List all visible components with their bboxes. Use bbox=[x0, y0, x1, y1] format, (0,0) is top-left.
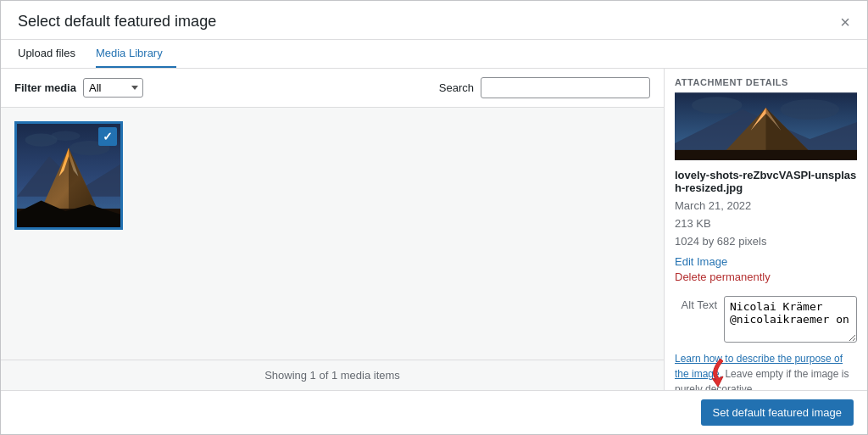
red-arrow-indicator bbox=[699, 354, 742, 397]
tabs-bar: Upload files Media Library bbox=[1, 40, 867, 69]
alt-text-input[interactable] bbox=[724, 296, 857, 343]
edit-image-link[interactable]: Edit Image bbox=[675, 255, 857, 268]
toolbar: Filter media All Images Audio Video Sear… bbox=[1, 69, 664, 108]
attachment-filename: lovely-shots-reZbvcVASPI-unsplash-resize… bbox=[665, 169, 867, 194]
search-section: Search bbox=[439, 77, 650, 98]
modal-header: Select default featured image × bbox=[1, 1, 867, 40]
media-grid: ✓ bbox=[1, 108, 664, 360]
media-items-container: ✓ bbox=[14, 121, 650, 230]
alt-text-field: Alt Text bbox=[665, 291, 867, 348]
search-label: Search bbox=[439, 81, 474, 94]
modal-dialog: Select default featured image × Upload f… bbox=[0, 0, 868, 435]
svg-rect-17 bbox=[675, 150, 857, 160]
filter-label: Filter media bbox=[14, 81, 76, 94]
svg-point-3 bbox=[51, 131, 80, 141]
alt-text-note: Learn how to describe the purpose of the… bbox=[665, 348, 867, 390]
svg-point-12 bbox=[780, 99, 839, 120]
attachment-thumbnail bbox=[675, 92, 857, 160]
attachment-dimensions: 1024 by 682 pixels bbox=[675, 233, 857, 251]
filter-section: Filter media All Images Audio Video bbox=[14, 78, 143, 98]
media-item[interactable]: ✓ bbox=[14, 121, 123, 230]
attachment-actions: Edit Image Delete permanently bbox=[665, 250, 867, 291]
set-default-featured-image-button[interactable]: Set default featured image bbox=[701, 399, 854, 426]
attachment-filesize: 213 KB bbox=[675, 215, 857, 233]
modal-footer: Set default featured image bbox=[1, 390, 867, 434]
modal-close-button[interactable]: × bbox=[840, 14, 850, 31]
search-input[interactable] bbox=[481, 77, 650, 98]
attachment-date: March 21, 2022 bbox=[675, 198, 857, 215]
media-count-text: Showing 1 of 1 media items bbox=[264, 369, 400, 382]
modal-body: Filter media All Images Audio Video Sear… bbox=[1, 69, 867, 390]
svg-point-11 bbox=[692, 97, 743, 114]
modal-title: Select default featured image bbox=[18, 13, 216, 31]
alt-text-label: Alt Text bbox=[675, 296, 717, 311]
media-area: Filter media All Images Audio Video Sear… bbox=[1, 69, 664, 390]
attachment-details-header: ATTACHMENT DETAILS bbox=[665, 69, 867, 92]
filter-select[interactable]: All Images Audio Video bbox=[83, 78, 143, 98]
delete-permanently-link[interactable]: Delete permanently bbox=[675, 270, 857, 283]
media-item-checkmark: ✓ bbox=[98, 127, 117, 146]
media-footer: Showing 1 of 1 media items bbox=[1, 360, 664, 390]
attachment-meta: March 21, 2022 213 KB 1024 by 682 pixels bbox=[665, 198, 867, 250]
attachment-sidebar: ATTACHMENT DETAILS bbox=[664, 69, 867, 390]
tab-upload-files[interactable]: Upload files bbox=[18, 40, 89, 68]
tab-media-library[interactable]: Media Library bbox=[96, 40, 176, 68]
